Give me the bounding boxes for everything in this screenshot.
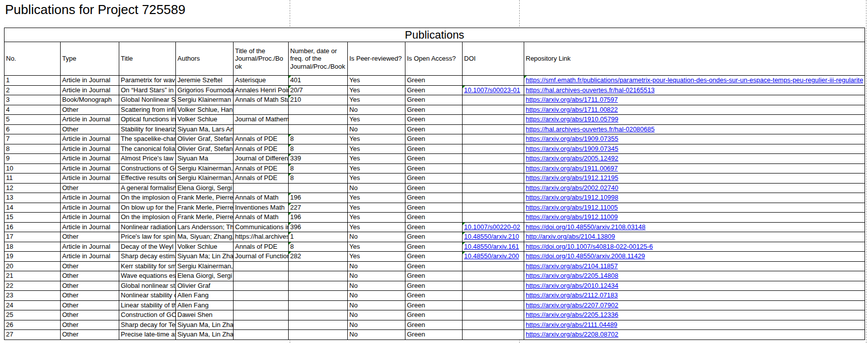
cell-journal-title: Annals of PDE	[234, 163, 289, 174]
repository-link[interactable]: http://arxiv.org/abs/2104.13809	[526, 233, 615, 240]
cell-journal-title: Annals of PDE	[234, 174, 289, 184]
cell-peer-reviewed: Yes	[348, 144, 405, 154]
column-header-title: Title	[119, 42, 176, 76]
stored-as-text-indicator-icon	[289, 164, 291, 166]
repository-link[interactable]: https://arxiv.org/abs/2111.04489	[526, 321, 617, 328]
column-header-open-access: Is Open Access?	[405, 42, 463, 76]
repository-link[interactable]: https://arxiv.org/abs/2104.11857	[526, 262, 618, 270]
cell-number-date-freq	[289, 320, 348, 330]
cell-number-date-freq	[289, 105, 348, 115]
repository-link[interactable]: https://arxiv.org/abs/2205.12336	[526, 311, 618, 318]
stored-as-text-indicator-icon	[289, 174, 291, 176]
cell-open-access: Green	[405, 232, 463, 242]
repository-link[interactable]: https://arxiv.org/abs/2005.12492	[526, 154, 618, 162]
cell-number-date-freq	[289, 115, 348, 125]
cell-no: 5	[5, 115, 61, 125]
doi-link[interactable]: 10.1007/s00220-02	[464, 223, 520, 231]
cell-journal-title	[234, 105, 289, 115]
cell-number-date-freq: 1	[289, 232, 348, 242]
column-header-row: No.TypeTitleAuthorsTitle of the Journal/…	[5, 42, 865, 76]
cell-repository-link: https://arxiv.org/abs/2205.14808	[524, 271, 865, 281]
cell-open-access: Green	[405, 310, 463, 320]
cell-type: Book/Monograph	[61, 95, 119, 105]
repository-link[interactable]: https://hal.archives-ouvertes.fr/hal-020…	[526, 125, 655, 133]
cell-repository-link: https://arxiv.org/abs/1910.05799	[524, 115, 865, 125]
repository-link[interactable]: https://doi.org/10.48550/arxiv.2008.1142…	[526, 252, 645, 260]
repository-link[interactable]: https://arxiv.org/abs/1912.11009	[526, 213, 618, 221]
repository-link[interactable]: https://smf.emath.fr/publications/parame…	[526, 76, 863, 84]
cell-title: A general formalism	[119, 183, 176, 193]
table-row: 1Article in JournalParametrix for wavJer…	[5, 76, 865, 86]
cell-peer-reviewed: Yes	[348, 115, 405, 125]
cell-repository-link: https://arxiv.org/abs/1912.10998	[524, 193, 865, 203]
cell-open-access: Green	[405, 261, 463, 271]
repository-link[interactable]: https://arxiv.org/abs/1910.05799	[526, 115, 618, 123]
repository-link[interactable]: https://arxiv.org/abs/1912.11005	[526, 204, 618, 211]
cell-doi	[463, 183, 524, 193]
table-row: 20OtherKerr stability for smSergiu Klain…	[5, 261, 865, 271]
cell-doi	[463, 291, 524, 301]
repository-link[interactable]: https://arxiv.org/abs/2112.07183	[526, 291, 618, 299]
repository-link[interactable]: https://doi.org/10.1007/s40818-022-00125…	[526, 243, 653, 250]
doi-link[interactable]: 10.48550/arxiv.161	[464, 243, 519, 250]
cell-doi	[463, 310, 524, 320]
cell-title: Parametrix for wav	[119, 76, 176, 86]
doi-link[interactable]: 10.48550/arxiv.200	[464, 252, 519, 260]
page-title: Publications for Project 725589	[5, 2, 185, 18]
repository-link[interactable]: https://arxiv.org/abs/1909.07355	[526, 135, 618, 142]
cell-type: Other	[61, 291, 119, 301]
cell-journal-title: Journal of Mathema	[234, 115, 289, 125]
table-row: 16Article in JournalNonlinear radiationL…	[5, 222, 865, 232]
cell-title: Nonlinear stability o	[119, 291, 176, 301]
repository-link[interactable]: https://arxiv.org/abs/2205.14808	[526, 272, 618, 279]
cell-title: Stability for lineariz	[119, 124, 176, 134]
cell-repository-link: https://arxiv.org/abs/2010.12434	[524, 281, 865, 291]
cell-journal-title	[234, 300, 289, 310]
repository-link[interactable]: https://arxiv.org/abs/2208.08702	[526, 330, 618, 338]
cell-journal-title	[234, 261, 289, 271]
stored-as-text-indicator-icon	[289, 213, 291, 215]
cell-peer-reviewed: Yes	[348, 95, 405, 105]
repository-link[interactable]: https://arxiv.org/abs/1909.07345	[526, 145, 618, 152]
cell-number-date-freq	[289, 300, 348, 310]
stored-as-text-indicator-icon	[289, 223, 291, 225]
column-header-type: Type	[61, 42, 119, 76]
cell-number-date-freq: 401	[289, 76, 348, 86]
cell-no: 14	[5, 203, 61, 213]
cell-authors: Volker Schlue, Han	[176, 105, 234, 115]
repository-link[interactable]: https://arxiv.org/abs/1711.00822	[526, 106, 618, 113]
cell-repository-link: https://arxiv.org/abs/2111.04489	[524, 320, 865, 330]
cell-open-access: Green	[405, 144, 463, 154]
doi-link[interactable]: 10.1007/s00023-01	[464, 86, 520, 94]
cell-repository-link: https://arxiv.org/abs/1909.07355	[524, 134, 865, 144]
cell-title: Nonlinear radiation	[119, 222, 176, 232]
cell-open-access: Green	[405, 76, 463, 86]
repository-link[interactable]: https://arxiv.org/abs/1912.12195	[526, 174, 618, 182]
stored-as-text-indicator-icon	[463, 252, 465, 254]
repository-link[interactable]: https://hal.archives-ouvertes.fr/hal-021…	[526, 86, 655, 94]
repository-link[interactable]: https://arxiv.org/abs/1711.07597	[526, 96, 618, 103]
repository-link[interactable]: https://doi.org/10.48550/arxiv.2108.0314…	[526, 223, 645, 231]
repository-link[interactable]: https://arxiv.org/abs/2002.02740	[526, 184, 618, 192]
cell-no: 13	[5, 193, 61, 203]
cell-type: Other	[61, 281, 119, 291]
cell-repository-link: http://arxiv.org/abs/2104.13809	[524, 232, 865, 242]
table-row: 18Article in JournalDecay of the WeylVol…	[5, 242, 865, 252]
cell-number-date-freq	[289, 183, 348, 193]
cell-journal-title: Annals of PDE	[234, 134, 289, 144]
cell-authors: Siyuan Ma; Lin Zha	[176, 252, 234, 262]
cell-doi	[463, 115, 524, 125]
doi-link[interactable]: 10.48550/arxiv.210	[464, 233, 519, 240]
cell-no: 11	[5, 174, 61, 184]
repository-link[interactable]: https://arxiv.org/abs/1912.10998	[526, 194, 618, 201]
cell-number-date-freq: 396	[289, 222, 348, 232]
repository-link[interactable]: https://arxiv.org/abs/1911.00697	[526, 164, 618, 172]
cell-authors: Allen Fang	[176, 300, 234, 310]
cell-type: Article in Journal	[61, 242, 119, 252]
repository-link[interactable]: https://arxiv.org/abs/2207.07902	[526, 301, 618, 309]
repository-link[interactable]: https://arxiv.org/abs/2010.12434	[526, 282, 618, 289]
cell-number-date-freq: 8	[289, 163, 348, 174]
cell-title: Price's law for spin	[119, 232, 176, 242]
cell-authors: Sergiu Klainerman,	[176, 163, 234, 174]
cell-authors: Olivier Graf, Stefan	[176, 134, 234, 144]
